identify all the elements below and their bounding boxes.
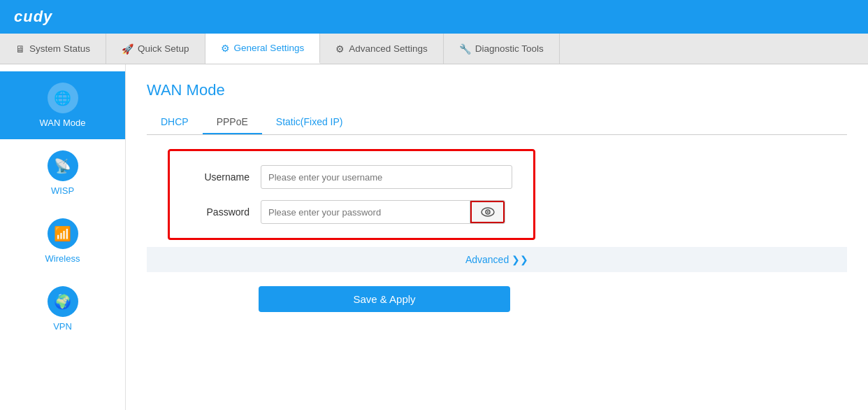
sidebar-wan-mode-label: WAN Mode [40,118,86,128]
nav-advanced-settings-label: Advanced Settings [349,43,428,54]
nav-general-settings-label: General Settings [234,43,305,53]
wan-mode-icon: 🌐 [48,83,78,113]
wisp-icon: 📡 [48,150,78,181]
sidebar-vpn-label: VPN [53,321,72,332]
sidebar-item-wireless[interactable]: 📶 Wireless [0,207,125,275]
page-title: WAN Mode [147,81,847,99]
password-input[interactable] [261,200,470,224]
save-apply-button[interactable]: Save & Apply [259,286,510,312]
username-input[interactable] [261,165,512,189]
eye-icon [481,207,495,217]
advanced-toggle[interactable]: Advanced ❯❯ [465,254,528,265]
password-row: Password [191,200,512,224]
advanced-row[interactable]: Advanced ❯❯ [147,247,847,272]
toggle-password-button[interactable] [470,200,505,224]
general-settings-icon: ⚙ [221,43,230,54]
quick-setup-icon: 🚀 [122,43,133,55]
nav-quick-setup-label: Quick Setup [138,43,189,54]
nav-general-settings[interactable]: ⚙ General Settings [205,34,321,64]
tab-pppoe[interactable]: PPPoE [203,111,262,134]
wireless-icon: 📶 [48,218,78,249]
advanced-settings-icon: ⚙ [335,43,345,55]
sidebar-item-vpn[interactable]: 🌍 VPN [0,275,125,343]
main-layout: 🌐 WAN Mode 📡 WISP 📶 Wireless 🌍 VPN WAN M… [0,64,868,410]
username-row: Username [191,165,512,189]
sidebar-item-wisp[interactable]: 📡 WISP [0,139,125,207]
vpn-icon: 🌍 [48,286,78,317]
nav-diagnostic-tools-label: Diagnostic Tools [475,43,544,54]
brand-logo: cudy [14,8,52,26]
sidebar-wireless-label: Wireless [45,253,80,264]
username-label: Username [191,171,261,183]
nav-advanced-settings[interactable]: ⚙ Advanced Settings [320,34,444,64]
system-status-icon: 🖥 [15,43,25,55]
tab-dhcp[interactable]: DHCP [147,111,203,134]
sidebar-wisp-label: WISP [51,185,74,196]
tab-pppoe-label: PPPoE [217,116,248,127]
sidebar-item-wan-mode[interactable]: 🌐 WAN Mode [0,71,125,139]
nav-system-status-label: System Status [29,43,90,54]
password-label: Password [191,206,261,218]
diagnostic-tools-icon: 🔧 [459,43,471,55]
nav-system-status[interactable]: 🖥 System Status [0,34,106,64]
tab-static-ip-label: Static(Fixed IP) [276,116,343,127]
password-wrapper [261,200,505,224]
nav-diagnostic-tools[interactable]: 🔧 Diagnostic Tools [444,34,560,64]
top-bar: cudy [0,0,868,34]
main-nav: 🖥 System Status 🚀 Quick Setup ⚙ General … [0,34,868,64]
main-content: WAN Mode DHCP PPPoE Static(Fixed IP) Use… [126,64,868,410]
nav-quick-setup[interactable]: 🚀 Quick Setup [106,34,205,64]
sub-tabs: DHCP PPPoE Static(Fixed IP) [147,111,847,135]
tab-static-ip[interactable]: Static(Fixed IP) [262,111,357,134]
tab-dhcp-label: DHCP [161,116,189,127]
pppoe-form-box: Username Password [168,149,535,240]
svg-point-2 [486,211,488,213]
sidebar: 🌐 WAN Mode 📡 WISP 📶 Wireless 🌍 VPN [0,64,126,410]
